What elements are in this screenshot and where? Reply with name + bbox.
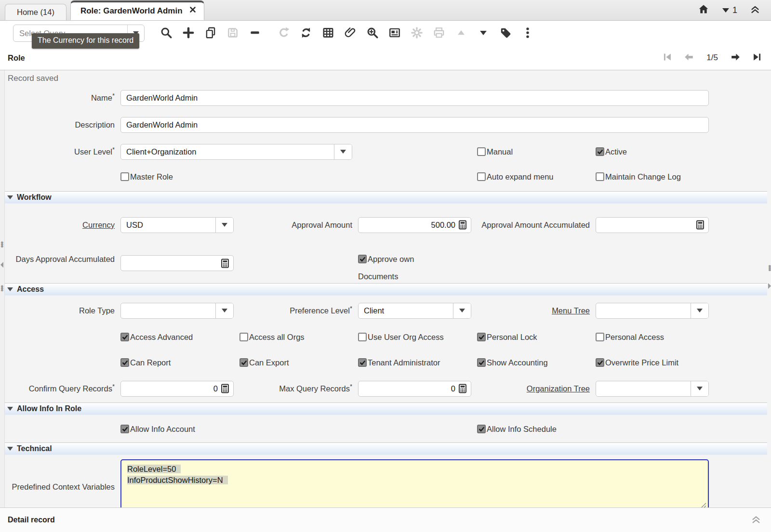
report-button[interactable] xyxy=(388,26,401,41)
splitter-grip-icon[interactable]: ●●● xyxy=(768,265,771,271)
manual-checkbox[interactable] xyxy=(477,147,486,156)
attachment-button[interactable] xyxy=(344,26,357,41)
menu-tree-combobox[interactable] xyxy=(596,303,709,319)
next-record-button[interactable] xyxy=(731,52,741,64)
collapse-left-icon[interactable] xyxy=(0,262,3,268)
calculator-icon[interactable] xyxy=(458,384,467,393)
access-advanced-checkbox-row: Access Advanced xyxy=(120,332,234,342)
organization-tree-combobox[interactable] xyxy=(596,381,709,397)
organization-tree-dropdown-button[interactable] xyxy=(691,381,708,396)
home-icon[interactable] xyxy=(698,3,709,17)
collapse-section-icon[interactable] xyxy=(7,195,13,199)
master-role-label: Master Role xyxy=(130,172,173,181)
last-record-button[interactable] xyxy=(752,52,762,64)
preference-level-combobox[interactable]: Client xyxy=(358,303,471,319)
can-export-label: Can Export xyxy=(249,358,289,367)
description-field[interactable]: GardenWorld Admin xyxy=(120,117,709,133)
name-label: Name* xyxy=(3,89,115,106)
can-export-checkbox-row: Can Export xyxy=(239,358,352,367)
minus-icon xyxy=(249,26,261,40)
refresh-button[interactable] xyxy=(299,26,312,41)
delete-record-button[interactable] xyxy=(248,26,261,41)
arrow-right-icon xyxy=(731,52,741,64)
zoom-across-button[interactable] xyxy=(366,26,379,41)
required-marker: * xyxy=(112,92,115,99)
collapse-section-icon[interactable] xyxy=(7,407,13,411)
role-type-combobox[interactable] xyxy=(120,303,234,319)
collapse-header-icon[interactable] xyxy=(750,4,760,16)
predefined-context-variables-textarea[interactable]: RoleLevel=50 InfoProductShowHistory=N xyxy=(120,459,709,507)
access-advanced-label: Access Advanced xyxy=(130,333,193,341)
user-level-dropdown-button[interactable] xyxy=(334,144,352,159)
calculator-icon[interactable] xyxy=(458,220,467,230)
auto-expand-menu-checkbox[interactable] xyxy=(477,172,486,181)
user-level-combobox[interactable]: Client+Organization xyxy=(120,144,352,160)
personal-access-checkbox[interactable] xyxy=(596,333,604,341)
organization-tree-label-link[interactable]: Organization Tree xyxy=(477,380,590,397)
menu-tree-dropdown-button[interactable] xyxy=(691,303,708,318)
calculator-icon[interactable] xyxy=(220,384,230,393)
tenant-administrator-checkbox-row: Tenant Administrator xyxy=(358,358,471,367)
close-tab-icon[interactable] xyxy=(189,6,196,13)
chevron-down-icon xyxy=(340,150,346,154)
can-export-checkbox[interactable] xyxy=(239,358,248,367)
preference-level-dropdown-button[interactable] xyxy=(453,303,471,318)
access-advanced-checkbox[interactable] xyxy=(120,333,129,341)
maintain-change-log-checkbox[interactable] xyxy=(596,172,604,181)
new-record-button[interactable] xyxy=(182,26,195,41)
active-checkbox[interactable] xyxy=(596,147,604,156)
overwrite-price-limit-checkbox[interactable] xyxy=(596,358,604,367)
personal-lock-checkbox[interactable] xyxy=(477,333,486,341)
can-report-checkbox-row: Can Report xyxy=(120,358,234,367)
personal-lock-checkbox-row: Personal Lock xyxy=(477,332,590,342)
arrow-left-icon xyxy=(684,52,694,64)
find-button[interactable] xyxy=(160,26,173,41)
menu-tree-label-link[interactable]: Menu Tree xyxy=(477,302,590,319)
show-accounting-checkbox[interactable] xyxy=(477,358,486,367)
approval-amount-field[interactable]: 500.00 xyxy=(358,217,471,233)
allow-info-account-checkbox[interactable] xyxy=(120,425,129,433)
allow-info-schedule-checkbox[interactable] xyxy=(477,425,486,433)
personal-lock-label: Personal Lock xyxy=(487,333,537,341)
calculator-icon[interactable] xyxy=(220,259,230,268)
max-query-records-field[interactable]: 0 xyxy=(358,381,471,397)
grid-toggle-button[interactable] xyxy=(321,26,334,41)
name-field[interactable]: GardenWorld Admin xyxy=(120,90,709,106)
currency-dropdown-button[interactable] xyxy=(215,218,233,233)
collapse-right-icon[interactable] xyxy=(768,283,771,289)
can-report-checkbox[interactable] xyxy=(120,358,129,367)
tab-role[interactable]: Role: GardenWorld Admin xyxy=(70,0,204,20)
role-type-dropdown-button[interactable] xyxy=(215,303,233,318)
approve-own-documents-checkbox[interactable] xyxy=(358,255,367,263)
tenant-administrator-checkbox[interactable] xyxy=(358,358,367,367)
expand-detail-icon[interactable] xyxy=(751,514,761,526)
collapse-section-icon[interactable] xyxy=(7,447,13,451)
confirm-query-records-field[interactable]: 0 xyxy=(120,381,234,397)
currency-label-link[interactable]: Currency xyxy=(3,216,115,234)
right-splitter[interactable]: ●●● xyxy=(767,70,771,507)
copy-record-button[interactable] xyxy=(204,26,217,41)
detail-record-button[interactable] xyxy=(477,26,490,41)
currency-combobox[interactable]: USD xyxy=(120,217,234,233)
resize-grip-icon[interactable] xyxy=(700,501,706,507)
calculator-icon[interactable] xyxy=(695,220,705,230)
tab-home[interactable]: Home (14) xyxy=(5,4,66,20)
approval-amount-accumulated-field[interactable] xyxy=(596,217,709,233)
splitter-grip-icon[interactable]: ●●● xyxy=(0,285,3,291)
left-splitter[interactable]: ●●● ●●● xyxy=(0,70,5,507)
label-button[interactable] xyxy=(499,26,512,41)
window-switcher[interactable]: 1 xyxy=(722,5,737,15)
access-all-orgs-checkbox[interactable] xyxy=(239,333,248,341)
show-accounting-checkbox-row: Show Accounting xyxy=(477,358,590,367)
first-record-icon xyxy=(662,52,672,64)
detail-record-bar[interactable]: Detail record xyxy=(0,507,771,532)
splitter-grip-icon[interactable]: ●●● xyxy=(0,241,3,247)
use-user-org-access-checkbox[interactable] xyxy=(358,333,367,341)
master-role-checkbox[interactable] xyxy=(120,172,129,181)
collapse-section-icon[interactable] xyxy=(7,287,13,291)
more-options-button[interactable] xyxy=(521,26,534,41)
section-header-workflow[interactable]: Workflow xyxy=(0,191,771,204)
days-approval-accumulated-field[interactable] xyxy=(120,255,234,271)
section-header-technical[interactable]: Technical xyxy=(0,442,771,455)
section-header-allow-info[interactable]: Allow Info In Role xyxy=(0,402,771,415)
